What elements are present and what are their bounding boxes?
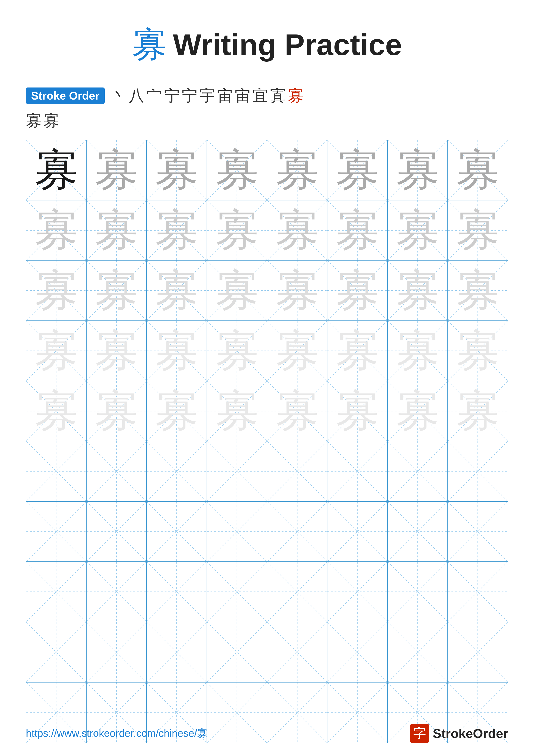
grid-cell-5-4[interactable]	[267, 441, 328, 502]
grid-cell-4-3[interactable]: 寡	[207, 381, 267, 442]
grid-cell-0-1[interactable]: 寡	[87, 140, 147, 201]
cell-guides	[448, 622, 508, 682]
grid-cell-5-7[interactable]	[448, 441, 508, 502]
grid-cell-7-0[interactable]	[26, 562, 87, 622]
grid-cell-5-3[interactable]	[207, 441, 267, 502]
grid-cell-7-7[interactable]	[448, 562, 508, 622]
grid-cell-4-1[interactable]: 寡	[87, 381, 147, 442]
grid-cell-4-4[interactable]: 寡	[267, 381, 328, 442]
grid-cell-4-7[interactable]: 寡	[448, 381, 508, 442]
cell-guides	[448, 441, 508, 501]
grid-cell-4-5[interactable]: 寡	[327, 381, 388, 442]
practice-char-3-7: 寡	[456, 329, 499, 372]
grid-cell-3-5[interactable]: 寡	[327, 321, 388, 381]
grid-cell-1-5[interactable]: 寡	[327, 201, 388, 261]
grid-cell-6-0[interactable]	[26, 502, 87, 562]
footer-logo-icon: 字	[410, 724, 429, 743]
grid-cell-4-0[interactable]: 寡	[26, 381, 87, 442]
grid-cell-8-7[interactable]	[448, 622, 508, 683]
grid-cell-6-2[interactable]	[147, 502, 207, 562]
grid-cell-1-7[interactable]: 寡	[448, 201, 508, 261]
grid-cell-1-3[interactable]: 寡	[207, 201, 267, 261]
grid-cell-1-1[interactable]: 寡	[87, 201, 147, 261]
grid-cell-5-0[interactable]	[26, 441, 87, 502]
practice-char-0-1: 寡	[95, 148, 138, 192]
grid-cell-8-0[interactable]	[26, 622, 87, 683]
grid-cell-5-2[interactable]	[147, 441, 207, 502]
grid-cell-6-7[interactable]	[448, 502, 508, 562]
stroke-order-badge: Stroke Order	[26, 88, 105, 104]
grid-cell-8-5[interactable]	[327, 622, 388, 683]
practice-char-1-0: 寡	[35, 209, 78, 252]
svg-line-239	[207, 562, 267, 622]
grid-cell-0-6[interactable]: 寡	[388, 140, 448, 201]
grid-cell-5-1[interactable]	[87, 441, 147, 502]
cell-guides	[267, 502, 327, 562]
grid-cell-2-6[interactable]: 寡	[388, 260, 448, 321]
practice-char-0-6: 寡	[396, 148, 439, 192]
svg-line-183	[327, 441, 387, 501]
cell-guides	[147, 441, 207, 501]
grid-cell-1-6[interactable]: 寡	[388, 201, 448, 261]
grid-cell-8-1[interactable]	[87, 622, 147, 683]
svg-line-178	[267, 441, 327, 501]
grid-cell-2-4[interactable]: 寡	[267, 260, 328, 321]
grid-cell-6-1[interactable]	[87, 502, 147, 562]
grid-cell-8-3[interactable]	[207, 622, 267, 683]
grid-cell-2-2[interactable]: 寡	[147, 260, 207, 321]
grid-cell-2-5[interactable]: 寡	[327, 260, 388, 321]
grid-cell-0-7[interactable]: 寡	[448, 140, 508, 201]
grid-cell-0-4[interactable]: 寡	[267, 140, 328, 201]
grid-cell-2-7[interactable]: 寡	[448, 260, 508, 321]
grid-cell-7-1[interactable]	[87, 562, 147, 622]
grid-cell-6-4[interactable]	[267, 502, 328, 562]
grid-cell-7-4[interactable]	[267, 562, 328, 622]
grid-cell-3-0[interactable]: 寡	[26, 321, 87, 381]
grid-cell-7-5[interactable]	[327, 562, 388, 622]
grid-cell-1-2[interactable]: 寡	[147, 201, 207, 261]
grid-cell-5-5[interactable]	[327, 441, 388, 502]
svg-line-267	[147, 622, 207, 682]
grid-cell-3-6[interactable]: 寡	[388, 321, 448, 381]
grid-cell-6-6[interactable]	[388, 502, 448, 562]
footer-url[interactable]: https://www.strokeorder.com/chinese/寡	[26, 726, 207, 740]
grid-cell-3-4[interactable]: 寡	[267, 321, 328, 381]
practice-char-2-4: 寡	[275, 269, 318, 312]
grid-cell-0-5[interactable]: 寡	[327, 140, 388, 201]
svg-line-223	[448, 502, 508, 562]
grid-cell-4-2[interactable]: 寡	[147, 381, 207, 442]
stroke-step-9: 寘	[270, 85, 286, 106]
grid-cell-2-0[interactable]: 寡	[26, 260, 87, 321]
grid-cell-7-6[interactable]	[388, 562, 448, 622]
grid-cell-4-6[interactable]: 寡	[388, 381, 448, 442]
grid-cell-0-3[interactable]: 寡	[207, 140, 267, 201]
grid-cell-0-0[interactable]: 寡	[26, 140, 87, 201]
grid-cell-7-3[interactable]	[207, 562, 267, 622]
grid-cell-8-6[interactable]	[388, 622, 448, 683]
grid-cell-8-4[interactable]	[267, 622, 328, 683]
grid-cell-3-7[interactable]: 寡	[448, 321, 508, 381]
grid-cell-2-1[interactable]: 寡	[87, 260, 147, 321]
title-char: 寡	[132, 21, 166, 68]
cell-guides	[147, 622, 207, 682]
grid-cell-5-6[interactable]	[388, 441, 448, 502]
grid-cell-8-2[interactable]	[147, 622, 207, 683]
svg-line-187	[388, 441, 447, 501]
grid-cell-1-4[interactable]: 寡	[267, 201, 328, 261]
practice-char-4-2: 寡	[155, 390, 198, 433]
grid-cell-6-5[interactable]	[327, 502, 388, 562]
grid-row-0: 寡寡寡寡寡寡寡寡	[26, 140, 508, 201]
grid-cell-2-3[interactable]: 寡	[207, 260, 267, 321]
grid-cell-3-3[interactable]: 寡	[207, 321, 267, 381]
stroke-order-row: Stroke Order 丶八宀宁宁宇宙宙宜寘寡	[26, 85, 508, 106]
grid-row-6	[26, 502, 508, 562]
grid-cell-7-2[interactable]	[147, 562, 207, 622]
practice-char-3-1: 寡	[95, 329, 138, 372]
grid-cell-6-3[interactable]	[207, 502, 267, 562]
grid-cell-3-2[interactable]: 寡	[147, 321, 207, 381]
grid-cell-0-2[interactable]: 寡	[147, 140, 207, 201]
practice-char-3-4: 寡	[275, 329, 318, 372]
cell-guides	[388, 441, 447, 501]
grid-cell-3-1[interactable]: 寡	[87, 321, 147, 381]
grid-cell-1-0[interactable]: 寡	[26, 201, 87, 261]
